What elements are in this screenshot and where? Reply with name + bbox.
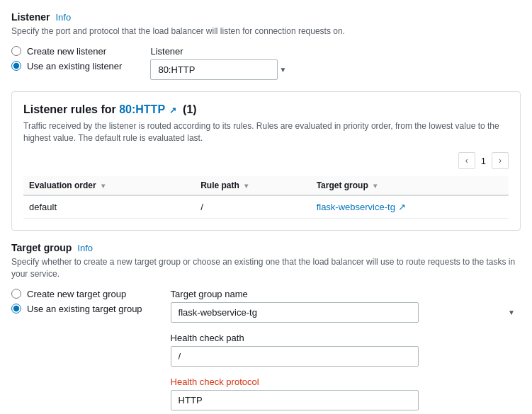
tg-name-label: Target group name <box>171 289 521 299</box>
tg-select-arrow: ▼ <box>508 309 515 316</box>
health-check-protocol-input[interactable] <box>171 390 419 410</box>
tg-radio-group: Create new target group Use an existing … <box>11 289 142 314</box>
tg-option-create: Create new target group <box>11 289 142 299</box>
create-new-listener-label: Create new listener <box>27 46 106 57</box>
rules-table-header-row: Evaluation order ▾ Rule path ▾ Target gr… <box>23 176 509 195</box>
tg-layout: Create new target group Use an existing … <box>11 289 521 410</box>
listener-option-create: Create new listener <box>11 46 122 57</box>
rules-link[interactable]: 80:HTTP ↗ <box>119 103 176 115</box>
listener-select[interactable]: 80:HTTP 443:HTTPS <box>150 59 278 80</box>
chevron-left-icon: ‹ <box>465 156 468 166</box>
pagination: ‹ 1 › <box>23 152 509 169</box>
target-group-link[interactable]: flask-webservice-tg ↗ <box>317 202 406 212</box>
col-evaluation-order: Evaluation order ▾ <box>23 176 195 195</box>
health-check-protocol-label: Health check protocol <box>171 376 521 387</box>
tg-fields: Target group name flask-webservice-tg ▼ … <box>171 289 521 410</box>
chevron-right-icon: › <box>499 156 502 166</box>
tg-select-wrapper: flask-webservice-tg ▼ <box>171 302 521 323</box>
listener-section-header: Listener Info <box>11 11 521 23</box>
pagination-current: 1 <box>481 156 486 166</box>
create-new-tg-radio[interactable] <box>11 289 21 299</box>
rules-description: Traffic received by the listener is rout… <box>23 120 509 144</box>
listener-select-wrapper: 80:HTTP 443:HTTPS ▼ <box>150 59 292 80</box>
col-target-group: Target group ▾ <box>311 176 509 195</box>
rules-table-head: Evaluation order ▾ Rule path ▾ Target gr… <box>23 176 509 195</box>
pagination-prev-button[interactable]: ‹ <box>458 152 475 169</box>
col-rule-path: Rule path ▾ <box>195 176 310 195</box>
tg-section-header: Target group Info <box>11 242 521 253</box>
listener-title: Listener <box>11 11 50 23</box>
listener-layout: Create new listener Use an existing list… <box>11 46 521 80</box>
tg-section-title: Target group <box>11 242 72 253</box>
listener-select-label: Listener <box>150 46 292 57</box>
health-check-path-label: Health check path <box>171 333 521 343</box>
tg-external-link-icon: ↗ <box>398 202 406 212</box>
cell-rule-path: / <box>195 195 310 219</box>
listener-radio-group: Create new listener Use an existing list… <box>11 46 122 71</box>
rules-table: Evaluation order ▾ Rule path ▾ Target gr… <box>23 176 509 219</box>
listener-select-arrow: ▼ <box>280 66 287 74</box>
rules-title-prefix: Listener rules for <box>23 103 119 115</box>
use-existing-tg-label: Use an existing target group <box>27 304 142 314</box>
create-new-listener-radio[interactable] <box>11 46 21 56</box>
sort-icon-evaluation: ▾ <box>101 182 105 190</box>
tg-name-select[interactable]: flask-webservice-tg <box>171 302 419 323</box>
cell-target-group: flask-webservice-tg ↗ <box>311 195 509 219</box>
tg-description: Specify whether to create a new target g… <box>11 256 521 280</box>
cell-evaluation-order: default <box>23 195 195 219</box>
rules-table-body: default / flask-webservice-tg ↗ <box>23 195 509 219</box>
tg-name-field: Target group name flask-webservice-tg ▼ <box>171 289 521 323</box>
use-existing-listener-radio[interactable] <box>11 61 21 71</box>
health-check-path-field: Health check path <box>171 333 521 367</box>
sort-icon-path: ▾ <box>244 182 248 190</box>
use-existing-tg-radio[interactable] <box>11 304 21 314</box>
listener-info-link[interactable]: Info <box>55 12 71 23</box>
rules-title: Listener rules for 80:HTTP ↗ (1) <box>23 103 509 116</box>
external-link-icon: ↗ <box>169 105 176 115</box>
pagination-next-button[interactable]: › <box>492 152 509 169</box>
target-group-section: Target group Info Specify whether to cre… <box>11 242 521 410</box>
rules-count: (1) <box>183 103 197 115</box>
tg-info-link[interactable]: Info <box>77 243 93 253</box>
health-check-protocol-field: Health check protocol <box>171 376 521 410</box>
use-existing-listener-label: Use an existing listener <box>27 61 122 71</box>
listener-description: Specify the port and protocol that the l… <box>11 25 521 38</box>
listener-option-existing: Use an existing listener <box>11 61 122 71</box>
health-check-path-input[interactable] <box>171 346 419 367</box>
table-row: default / flask-webservice-tg ↗ <box>23 195 509 219</box>
listener-section: Listener Info Specify the port and proto… <box>11 11 521 80</box>
listener-select-col: Listener 80:HTTP 443:HTTPS ▼ <box>150 46 292 80</box>
create-new-tg-label: Create new target group <box>27 289 126 299</box>
tg-option-existing: Use an existing target group <box>11 304 142 314</box>
listener-rules-box: Listener rules for 80:HTTP ↗ (1) Traffic… <box>11 91 521 231</box>
sort-icon-tg: ▾ <box>373 182 377 190</box>
